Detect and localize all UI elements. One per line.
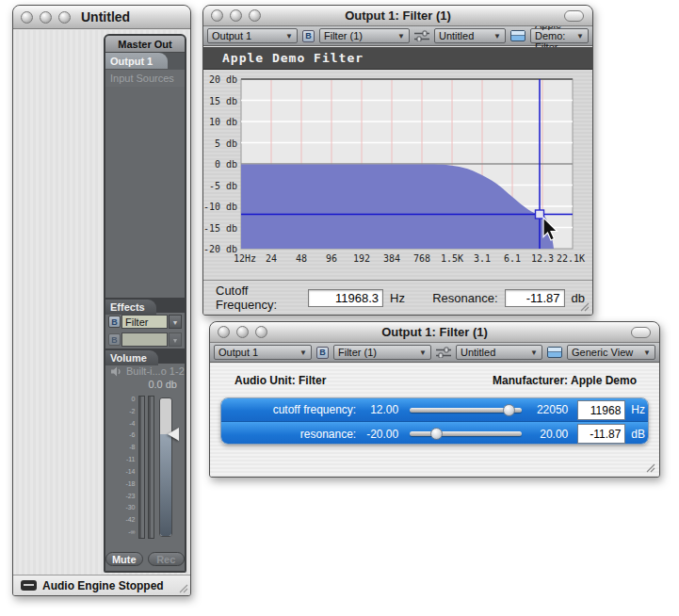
effects-section-header: Effects [105,298,185,313]
fader-track[interactable] [159,397,172,537]
toolbar-toggle-button[interactable] [631,327,651,338]
filter-window: Output 1: Filter (1) Output 1 ▼ B Filter… [202,5,593,316]
cutoff-value-field[interactable]: 11968 [577,400,625,420]
slider-thumb[interactable] [430,428,443,440]
frequency-response-graph[interactable]: 20 db 15 db 10 db 5 db 0 db -5 db -10 db… [203,70,593,284]
resize-grip[interactable] [578,300,590,312]
slider-thumb[interactable] [503,404,515,416]
master-channel-strip: Master Out Output 1 Input Sources Effect… [104,34,186,573]
sliders-icon [414,30,429,41]
close-button[interactable] [21,11,33,24]
param-max: 22050 [533,403,568,416]
view-icon [547,347,562,358]
window-title: Output 1: Filter (1) [203,8,592,23]
dropdown-value: Filter (1) [324,30,363,41]
meter-area: 0 -2 -4 -6 -8 -11 -14 -18 -23 -30 -42 -∞ [105,392,185,550]
cutoff-slider[interactable] [410,408,522,413]
dropdown-value: Untitled [461,347,495,358]
resonance-input[interactable] [505,289,565,307]
y-tick-label: 15 db [209,96,237,106]
param-unit: Hz [625,403,648,416]
master-out-header: Master Out [105,36,185,53]
tab-output-1[interactable]: Output 1 [105,53,168,70]
cutoff-input[interactable] [308,289,383,307]
volume-fader[interactable] [157,396,176,543]
scale-tick: -2 [115,408,136,414]
mixer-body: Master Out Output 1 Input Sources Effect… [13,30,190,575]
tab-input-sources[interactable]: Input Sources [105,70,185,87]
toolbar-toggle-button[interactable] [564,10,584,22]
param-min: -20.00 [356,428,398,441]
engine-stopped-icon[interactable] [21,580,37,591]
y-tick-label: 20 db [209,74,237,85]
volume-section-header: Volume [105,349,185,364]
x-tick-label: 48 [296,253,307,264]
preset-dropdown[interactable]: Untitled ▼ [434,28,506,43]
manufacturer-label: Manufacturer: Apple Demo [493,374,637,387]
resonance-value-field[interactable]: -11.87 [577,424,625,444]
effect-select-empty[interactable] [121,332,168,347]
rec-button[interactable]: Rec [148,552,186,566]
scale-tick: -30 [115,504,136,511]
filter-titlebar[interactable]: Output 1: Filter (1) [203,6,592,26]
output-dropdown[interactable]: Output 1 ▼ [207,28,298,43]
x-tick-label: 768 [413,253,430,264]
scale-tick: -6 [115,431,136,438]
minimize-button[interactable] [40,11,52,24]
view-dropdown[interactable]: Apple Demo: Filter ▼ [530,28,589,43]
output-device-row: Built-i...o 1-2 [105,364,185,379]
dropdown-value: Filter (1) [338,347,377,358]
zoom-button[interactable] [58,11,71,24]
filter-drag-handle[interactable] [536,210,544,219]
view-dropdown[interactable]: Generic View ▼ [567,345,655,360]
mixer-titlebar[interactable]: Untitled [13,6,190,29]
resonance-parameter-row: resonance: -20.00 20.00 -11.87 dB [221,422,648,445]
x-tick-label: 384 [383,253,400,264]
level-meter-right [148,396,154,539]
scale-tick: -42 [115,516,136,523]
chevron-down-icon[interactable]: ▼ [169,332,182,347]
x-tick-label: 3.1 [474,253,491,264]
x-tick-label: 24 [266,253,277,264]
resize-grip[interactable] [644,462,655,473]
param-label: resonance: [221,428,356,441]
effect-select[interactable]: Filter [121,315,168,329]
x-tick-label: 12.3 [531,253,554,264]
y-tick-label: -15 db [203,223,237,234]
audio-unit-label: Audio Unit: Filter [234,374,326,387]
scale-tick: -18 [115,480,136,487]
x-tick-label: 22.1K [557,253,585,264]
generic-view-window: Output 1: Filter (1) Output 1 ▼ B Filter… [209,321,660,478]
x-tick-label: 1.5K [441,253,463,264]
mute-button[interactable]: Mute [105,552,143,566]
y-tick-label: 5 db [215,138,237,149]
bypass-button[interactable]: B [108,333,121,346]
generic-content: Audio Unit: Filter Manufacturer: Apple D… [210,364,659,477]
output-dropdown[interactable]: Output 1 ▼ [214,345,312,360]
chevron-down-icon: ▼ [526,349,538,357]
scale-tick: -11 [115,456,136,462]
resize-grip[interactable] [177,582,188,593]
chevron-down-icon: ▼ [296,349,307,357]
chevron-down-icon: ▼ [282,32,293,41]
window-title: Output 1: Filter (1) [210,325,659,339]
generic-titlebar[interactable]: Output 1: Filter (1) [210,322,659,343]
cutoff-label: Cutoff Frequency: [216,284,301,312]
bypass-button[interactable]: B [108,316,121,328]
resonance-slider[interactable] [410,431,522,436]
plugin-header: Apple Demo Filter [203,47,592,70]
view-icon [510,30,525,41]
device-name: Built-i...o 1-2 [126,365,185,377]
dropdown-value: Untitled [439,30,474,41]
fader-thumb[interactable] [168,428,179,441]
strip-empty-area [105,87,185,298]
bypass-icon[interactable]: B [316,347,329,359]
effect-slot-2: B ▼ [105,331,185,349]
bypass-icon[interactable]: B [302,30,315,42]
effect-dropdown[interactable]: Filter (1) ▼ [333,345,431,360]
effect-dropdown[interactable]: Filter (1) ▼ [319,28,410,43]
preset-dropdown[interactable]: Untitled ▼ [456,345,542,360]
meter-scale: 0 -2 -4 -6 -8 -11 -14 -18 -23 -30 -42 -∞ [115,396,136,535]
sliders-icon [436,347,451,358]
chevron-down-icon[interactable]: ▼ [169,315,182,329]
